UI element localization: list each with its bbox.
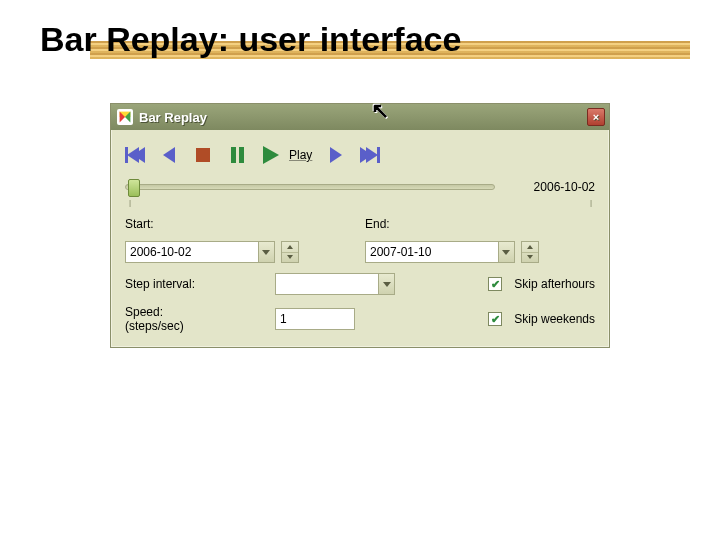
play-icon	[263, 146, 279, 164]
speed-label: Speed:	[125, 305, 225, 319]
stop-icon	[196, 148, 210, 162]
close-button[interactable]: ×	[587, 108, 605, 126]
skip-afterhours-label: Skip afterhours	[514, 277, 595, 291]
pause-icon	[239, 147, 244, 163]
app-logo-icon	[117, 109, 133, 125]
dropdown-icon[interactable]	[498, 242, 514, 262]
dropdown-icon[interactable]	[378, 274, 394, 294]
step-interval-label: Step interval:	[125, 277, 225, 291]
end-date-input[interactable]	[366, 242, 498, 262]
skip-forward-button[interactable]	[360, 145, 380, 165]
start-date-input[interactable]	[126, 242, 258, 262]
position-slider[interactable]	[125, 184, 495, 190]
skip-back-button[interactable]	[125, 145, 145, 165]
step-back-button[interactable]	[159, 145, 179, 165]
slider-thumb[interactable]	[128, 179, 140, 197]
close-icon: ×	[593, 111, 599, 123]
end-date-spinner[interactable]	[521, 241, 539, 263]
step-interval-combo[interactable]	[275, 273, 395, 295]
pause-button[interactable]	[227, 145, 247, 165]
bar-icon	[377, 147, 380, 163]
start-date-spinner[interactable]	[281, 241, 299, 263]
spin-down-icon[interactable]	[282, 253, 298, 263]
spin-up-icon[interactable]	[282, 242, 298, 253]
start-date-combo[interactable]	[125, 241, 275, 263]
slider-ticks: |||	[125, 198, 595, 203]
bar-replay-window: Bar Replay ↖ ×	[110, 103, 610, 348]
play-label: Play	[289, 148, 312, 162]
end-date-combo[interactable]	[365, 241, 515, 263]
slider-value: 2006-10-02	[505, 180, 595, 194]
titlebar[interactable]: Bar Replay ↖ ×	[111, 104, 609, 130]
start-label: Start:	[125, 217, 180, 231]
skip-weekends-checkbox[interactable]: ✔	[488, 312, 502, 326]
speed-sub-label: (steps/sec)	[125, 319, 225, 333]
mouse-cursor-icon: ↖	[371, 98, 389, 124]
step-forward-button[interactable]	[326, 145, 346, 165]
step-interval-input[interactable]	[276, 274, 378, 294]
play-button[interactable]	[261, 145, 281, 165]
spin-up-icon[interactable]	[522, 242, 538, 253]
triangle-right-icon	[330, 147, 342, 163]
end-label: End:	[365, 217, 405, 231]
skip-afterhours-checkbox[interactable]: ✔	[488, 277, 502, 291]
rewind-icon	[133, 147, 145, 163]
triangle-left-icon	[163, 147, 175, 163]
spin-down-icon[interactable]	[522, 253, 538, 263]
skip-weekends-label: Skip weekends	[514, 312, 595, 326]
slide-title: Bar Replay: user interface	[40, 20, 680, 63]
pause-icon	[231, 147, 236, 163]
dropdown-icon[interactable]	[258, 242, 274, 262]
stop-button[interactable]	[193, 145, 213, 165]
speed-input[interactable]	[275, 308, 355, 330]
window-title: Bar Replay	[139, 110, 207, 125]
